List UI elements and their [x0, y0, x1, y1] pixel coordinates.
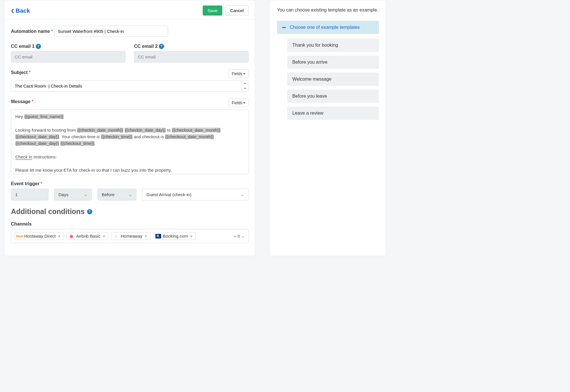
back-link[interactable]: ❮ Back [11, 7, 30, 14]
var-checkout-date-day: {{checkout_date_day}} [15, 134, 59, 139]
header-bar: ❮ Back Save Cancel [5, 0, 255, 20]
trigger-count-input[interactable]: 1 [11, 189, 48, 200]
back-label: Back [16, 7, 30, 14]
spinner-arrows [242, 81, 248, 91]
subject-input[interactable] [11, 81, 242, 91]
channels-label: Channels [11, 221, 32, 227]
remove-channel-button[interactable]: × [58, 234, 61, 238]
help-icon[interactable]: ? [36, 44, 41, 49]
cc-email2-group: CC email 2 ? [134, 44, 249, 63]
chevron-left-icon: ❮ [11, 8, 14, 13]
channels-group: Channels Host Hostaway Direct × ◉ Airbnb… [11, 221, 249, 243]
automation-name-group: Automation name * [11, 26, 249, 37]
spinner-up[interactable] [242, 81, 248, 86]
airbnb-icon: ◉ [69, 234, 74, 238]
trigger-event-select[interactable]: Guest Arrival (check-in)⌄ [142, 189, 249, 200]
help-icon[interactable]: ? [87, 209, 92, 214]
chevron-down-icon: ⌄ [240, 192, 244, 197]
homeaway-icon: ⌂ [113, 234, 119, 238]
subject-label: Subject * [11, 70, 31, 75]
trigger-when-select[interactable]: Before⌄ [97, 189, 136, 200]
cc-email1-group: CC email 1 ? [11, 44, 125, 63]
hostaway-icon: Host [17, 234, 22, 238]
channel-tag: ⌂ Homeaway × [111, 232, 151, 240]
var-checkin-time: {{checkin_time}} [101, 134, 133, 139]
subject-fields-dropdown[interactable]: Fields [229, 69, 249, 78]
template-item[interactable]: Leave a review [287, 107, 379, 120]
var-checkout-date-day2: {{checkout_date_day}} [15, 141, 59, 146]
var-checkin-date-month: {{checkin_date_month}} [77, 128, 123, 132]
chevron-down-icon: ⌄ [84, 192, 87, 197]
template-item[interactable]: Welcome message [287, 73, 379, 86]
remove-channel-button[interactable]: × [190, 234, 193, 238]
arrow-down-icon [244, 88, 246, 89]
help-icon[interactable]: ? [159, 44, 164, 49]
additional-conditions-heading: Additional conditions ? [11, 207, 249, 216]
chevron-down-icon: ⌄ [128, 192, 132, 197]
caret-down-icon [243, 73, 245, 75]
cc-email2-input[interactable] [134, 51, 249, 63]
booking-icon: B. [155, 234, 161, 238]
var-checkout-time: {{checkout_time}} [60, 141, 95, 146]
channel-tag: Host Hostaway Direct × [15, 232, 64, 240]
channels-multiselect[interactable]: Host Hostaway Direct × ◉ Airbnb Basic × … [11, 229, 249, 243]
automation-name-label: Automation name * [11, 29, 53, 34]
spinner-down[interactable] [242, 86, 248, 92]
more-channels-toggle[interactable]: + 8 ⌄ [234, 233, 245, 239]
automation-form-panel: ❮ Back Save Cancel Automation name * CC … [4, 0, 255, 256]
message-editor[interactable]: Hey {{guest_first_name}} Looking forward… [11, 109, 249, 174]
event-trigger-label: Event trigger * [11, 181, 42, 186]
remove-channel-button[interactable]: × [145, 234, 147, 238]
message-label: Message * [11, 99, 33, 104]
cc-email1-input[interactable] [11, 51, 125, 63]
automation-name-input[interactable] [54, 26, 168, 37]
form-body: Automation name * CC email 1 ? CC email … [5, 20, 255, 256]
caret-down-icon [243, 102, 245, 104]
save-button[interactable]: Save [203, 5, 222, 16]
var-checkout-date-month2: {{checkout_date_month}} [165, 134, 214, 139]
template-item[interactable]: Before you arrive [287, 56, 379, 69]
header-actions: Save Cancel [203, 5, 249, 16]
var-guest-first-name: {{guest_first_name}} [24, 114, 64, 119]
var-checkin-date-day: {{checkin_date_day}} [125, 128, 166, 132]
arrow-up-icon [244, 83, 246, 84]
channel-tag: ◉ Airbnb Basic × [67, 232, 108, 240]
cc-email2-label: CC email 2 ? [134, 44, 164, 49]
remove-channel-button[interactable]: × [103, 234, 105, 238]
event-trigger-group: Event trigger * 1 Days⌄ Before⌄ Guest Ar… [11, 181, 249, 200]
subject-input-wrapper [11, 80, 249, 92]
cc-email1-label: CC email 1 ? [11, 44, 41, 49]
cancel-button[interactable]: Cancel [225, 5, 249, 16]
message-fields-dropdown[interactable]: Fields [229, 99, 249, 107]
template-item[interactable]: Before you leave [287, 90, 379, 103]
trigger-unit-select[interactable]: Days⌄ [54, 189, 92, 200]
templates-panel: You can choose existing template as an e… [270, 0, 386, 256]
subject-group: Subject * Fields [11, 69, 249, 92]
templates-intro: You can choose existing template as an e… [277, 7, 379, 13]
message-group: Message * Fields Hey {{guest_first_name}… [11, 99, 249, 174]
templates-accordion-header[interactable]: Choose one of example templates [277, 21, 379, 34]
var-checkout-date-month: {{checkout_date_month}} [172, 128, 221, 132]
channel-tag: B. Booking.com × [153, 232, 196, 240]
minus-icon [282, 27, 286, 28]
template-item[interactable]: Thank you for booking [287, 39, 379, 52]
chevron-down-icon: ⌄ [241, 233, 245, 239]
